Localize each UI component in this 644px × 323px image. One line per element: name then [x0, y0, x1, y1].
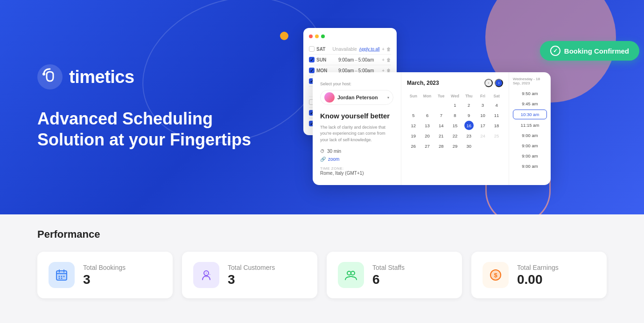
cal-day[interactable]: 7 [436, 110, 446, 120]
cal-header-sun: Sun [407, 93, 420, 99]
cal-day[interactable]: 22 [450, 131, 460, 140]
cal-day[interactable] [436, 100, 446, 110]
calendar-header: March, 2023 ‹ › [407, 79, 503, 87]
stat-value-earnings: 0.00 [517, 273, 559, 286]
timeslot-item[interactable]: 9:00 am [513, 141, 547, 150]
cal-day[interactable]: 15 [450, 121, 460, 130]
calendar-icon [49, 262, 75, 288]
hero-section: timetics Advanced Scheduling Solution at… [0, 0, 644, 214]
timeslot-item-active[interactable]: 10:30 am [513, 110, 547, 119]
stat-info-bookings: Total Bookings 3 [83, 264, 126, 286]
timezone-value: Rome, Italy (GMT+1) [320, 171, 393, 176]
timeslot-item[interactable]: 9:00 am [513, 162, 547, 171]
cal-day[interactable] [409, 100, 418, 110]
checkbox-mon[interactable]: ✓ [309, 68, 315, 73]
cal-day[interactable]: 20 [423, 131, 432, 140]
booking-meeting-type: 🔗 zoom [320, 157, 393, 162]
svg-point-0 [37, 64, 63, 89]
timeslot-item[interactable]: 9:00 am [513, 131, 547, 140]
host-avatar [324, 92, 335, 103]
svg-rect-14 [205, 275, 208, 277]
performance-title: Performance [37, 228, 607, 241]
hero-content: timetics Advanced Scheduling Solution at… [0, 64, 261, 150]
svg-point-11 [61, 278, 63, 279]
schedule-row-sun: ✓ SUN 9:00am–5:00am +🗑 [309, 55, 391, 65]
cal-day[interactable]: 29 [450, 141, 460, 151]
stats-grid: Total Bookings 3 Total Customers 3 [37, 252, 607, 298]
stat-info-customers: Total Customers 3 [228, 264, 275, 286]
cal-day[interactable]: 17 [478, 121, 487, 130]
hero-dot [280, 32, 288, 40]
cal-day[interactable]: 18 [492, 121, 501, 130]
timezone-label: TIME ZONE: [320, 166, 393, 171]
earnings-icon: $ [483, 262, 509, 288]
checkbox-sun[interactable]: ✓ [309, 57, 315, 62]
cal-header-fri: Fri [476, 93, 490, 99]
cal-day[interactable]: 6 [423, 110, 432, 120]
cal-day[interactable] [423, 100, 432, 110]
cal-header-mon: Mon [421, 93, 434, 99]
stat-label-customers: Total Customers [228, 264, 275, 271]
cal-day[interactable]: 11 [492, 110, 501, 120]
cal-day[interactable]: 27 [423, 141, 432, 151]
cal-day[interactable]: 4 [492, 100, 501, 110]
cal-day[interactable]: 26 [409, 141, 418, 151]
logo-area: timetics [37, 64, 261, 89]
calendar-next-button[interactable]: › [495, 79, 503, 87]
customers-icon [193, 262, 219, 288]
calendar-prev-button[interactable]: ‹ [484, 79, 493, 87]
host-selector[interactable]: Jordan Peterson ▾ [320, 90, 393, 105]
cal-day[interactable]: 14 [436, 121, 446, 130]
timeslot-item[interactable]: 9:00 am [513, 151, 547, 160]
cal-day[interactable]: 19 [409, 131, 418, 140]
cal-day[interactable]: 2 [464, 100, 474, 110]
stat-card-customers: Total Customers 3 [182, 252, 317, 298]
cal-header-tue: Tue [434, 93, 448, 99]
svg-point-16 [351, 271, 355, 275]
cal-day[interactable]: 21 [436, 131, 446, 140]
cal-day[interactable]: 12 [409, 121, 418, 130]
timeslot-item[interactable]: 9:45 am [513, 99, 547, 108]
cal-header-wed: Wed [448, 93, 462, 99]
cal-day [492, 141, 501, 151]
stat-info-earnings: Total Earnings 0.00 [517, 264, 559, 286]
hero-ui: SAT Unavailable Apply to all +🗑 ✓ SUN 9:… [289, 0, 644, 214]
cal-day[interactable]: 8 [450, 110, 460, 120]
booking-description: The lack of clarity and decisive that yo… [320, 124, 393, 144]
calendar-grid: Sun Mon Tue Wed Thu Fri Sat 1 2 3 4 [407, 93, 503, 151]
calendar-section: March, 2023 ‹ › Sun Mon Tue Wed Thu Fri … [401, 72, 509, 185]
window-dots [309, 34, 391, 38]
cal-day[interactable]: 3 [478, 100, 487, 110]
svg-point-8 [61, 276, 63, 277]
cal-day[interactable]: 28 [436, 141, 446, 151]
cal-day[interactable]: 23 [464, 131, 474, 140]
stat-label-bookings: Total Bookings [83, 264, 126, 271]
cal-day-active[interactable]: 16 [464, 121, 474, 130]
hero-tagline: Advanced Scheduling Solution at your Fin… [37, 108, 252, 150]
dot-green [321, 34, 325, 38]
cal-day[interactable]: 30 [464, 141, 474, 151]
schedule-row-sat: SAT Unavailable Apply to all +🗑 [309, 44, 391, 55]
checkbox-sat[interactable] [309, 46, 315, 52]
cal-day[interactable]: 10 [478, 110, 487, 120]
cal-day[interactable]: 5 [409, 110, 418, 120]
booking-confirmed-badge: ✓ Booking Confirmed [540, 41, 639, 61]
cal-header-thu: Thu [462, 93, 476, 99]
timeslot-date-header: Wednesday - 18 Sep, 2023 [513, 77, 547, 85]
logo-icon [37, 64, 63, 89]
cal-day[interactable]: 13 [423, 121, 432, 130]
cal-day[interactable]: 1 [450, 100, 460, 110]
calendar-nav: ‹ › [484, 79, 503, 87]
timeslot-item[interactable]: 9:50 am [513, 89, 547, 98]
booking-title: Know yourself better [320, 111, 393, 121]
timeslot-section: Wednesday - 18 Sep, 2023 9:50 am 9:45 am… [509, 72, 551, 185]
booking-left-panel: Select your host: Jordan Peterson ▾ Know… [313, 72, 401, 185]
timeslot-item[interactable]: 11:15 am [513, 121, 547, 130]
calendar-month: March, 2023 [407, 80, 439, 86]
stat-info-staffs: Total Staffs 6 [372, 264, 405, 286]
cal-day-muted: 24 [478, 131, 487, 140]
stat-card-bookings: Total Bookings 3 [37, 252, 173, 298]
host-label: Select your host: [320, 82, 393, 86]
check-icon: ✓ [550, 46, 560, 56]
cal-day[interactable]: 9 [464, 110, 474, 120]
